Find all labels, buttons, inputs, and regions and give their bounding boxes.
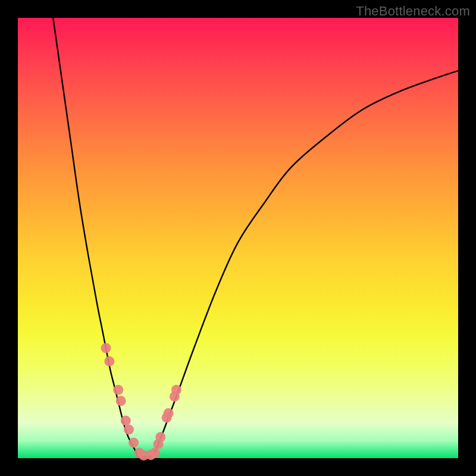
highlighted-dot (129, 438, 139, 448)
highlighted-dot (121, 416, 131, 426)
highlighted-dot (104, 356, 114, 367)
highlighted-dot (124, 424, 134, 434)
highlighted-dot (164, 408, 174, 418)
highlighted-dot (101, 343, 111, 353)
highlighted-dot (150, 448, 160, 458)
plot-area (18, 18, 458, 458)
outer-frame: TheBottleneck.com (0, 0, 476, 476)
highlighted-dot (155, 432, 165, 442)
highlighted-dot (171, 385, 181, 395)
highlighted-dot (113, 385, 123, 395)
highlighted-dot (116, 396, 126, 406)
bottleneck-curve (18, 18, 458, 458)
highlighted-dots-layer (101, 343, 181, 461)
watermark-text: TheBottleneck.com (356, 4, 470, 19)
